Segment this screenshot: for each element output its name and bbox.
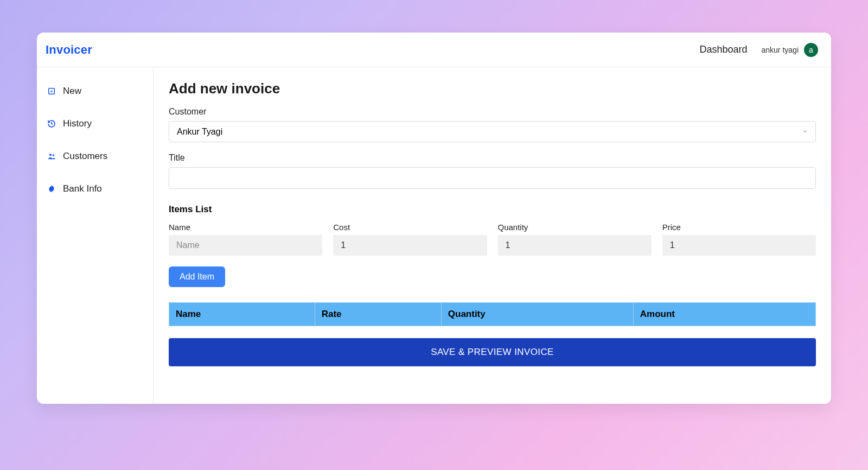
sidebar-item-label: History [63, 118, 92, 129]
customer-select[interactable]: Ankur Tyagi [169, 121, 816, 142]
customers-icon [47, 151, 56, 161]
items-heading: Items List [169, 204, 816, 215]
item-price-input[interactable] [662, 235, 816, 256]
sidebar-item-new[interactable]: New [44, 80, 145, 102]
items-input-row: Name Cost Quantity Price [169, 223, 816, 256]
item-quantity-label: Quantity [498, 223, 652, 232]
sidebar-item-label: New [63, 86, 81, 97]
sidebar-item-customers[interactable]: Customers [44, 145, 145, 167]
user-chip[interactable]: ankur tyagi a [762, 43, 818, 57]
table-header-amount: Amount [633, 303, 815, 326]
dashboard-link[interactable]: Dashboard [699, 44, 747, 55]
svg-point-2 [53, 154, 54, 156]
gear-icon [47, 184, 56, 194]
user-name: ankur tyagi [762, 46, 799, 54]
sidebar-item-label: Bank Info [63, 183, 102, 194]
items-table: Name Rate Quantity Amount [169, 302, 816, 326]
topbar: Invoicer Dashboard ankur tyagi a [37, 33, 831, 67]
item-cost-col: Cost [333, 223, 487, 256]
avatar: a [804, 43, 818, 57]
item-quantity-input[interactable] [498, 235, 652, 256]
table-header-quantity: Quantity [441, 303, 633, 326]
sidebar-item-label: Customers [63, 151, 107, 162]
item-quantity-col: Quantity [498, 223, 652, 256]
app-card: Invoicer Dashboard ankur tyagi a New His… [37, 33, 831, 404]
sidebar-item-bank-info[interactable]: Bank Info [44, 178, 145, 200]
sidebar-item-history[interactable]: History [44, 113, 145, 135]
main-content: Add new invoice Customer Ankur Tyagi Tit… [154, 67, 831, 404]
table-header-rate: Rate [315, 303, 441, 326]
customer-label: Customer [169, 107, 816, 117]
item-cost-input[interactable] [333, 235, 487, 256]
body: New History Customers Bank Info [37, 67, 831, 404]
title-label: Title [169, 153, 816, 163]
table-header-row: Name Rate Quantity Amount [169, 303, 816, 326]
item-price-col: Price [662, 223, 816, 256]
history-icon [47, 119, 56, 129]
item-name-col: Name [169, 223, 322, 256]
sidebar: New History Customers Bank Info [37, 67, 154, 404]
item-price-label: Price [662, 223, 816, 232]
item-cost-label: Cost [333, 223, 487, 232]
page-title: Add new invoice [169, 80, 816, 97]
customer-select-wrap: Ankur Tyagi [169, 121, 816, 142]
item-name-label: Name [169, 223, 322, 232]
save-preview-button[interactable]: SAVE & PREVIEW INVOICE [169, 338, 816, 366]
new-icon [47, 86, 56, 96]
svg-point-1 [49, 154, 52, 156]
add-item-button[interactable]: Add Item [169, 266, 225, 287]
table-header-name: Name [169, 303, 315, 326]
item-name-input[interactable] [169, 235, 322, 256]
brand-logo[interactable]: Invoicer [46, 43, 92, 57]
topbar-right: Dashboard ankur tyagi a [699, 43, 818, 57]
title-input[interactable] [169, 167, 816, 189]
